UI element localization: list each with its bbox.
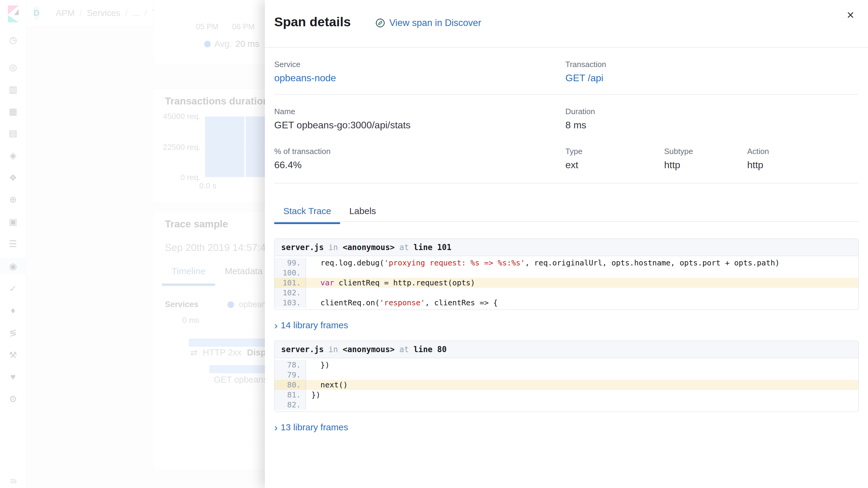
line-number: 101. bbox=[275, 278, 306, 288]
flyout-tabs: Stack Trace Labels bbox=[274, 203, 385, 224]
action-label: Action bbox=[747, 147, 769, 156]
subtype-value: http bbox=[664, 159, 680, 171]
frame-function: <anonymous> bbox=[343, 345, 395, 354]
subtype-label: Subtype bbox=[664, 147, 693, 156]
name-value: GET opbeans-go:3000/api/stats bbox=[274, 120, 410, 131]
frame-file: server.js bbox=[281, 243, 324, 252]
duration-value: 8 ms bbox=[565, 120, 586, 131]
code-line: 100. bbox=[275, 268, 858, 278]
discover-link-label: View span in Discover bbox=[389, 18, 481, 28]
code-block: 99. req.log.debug('proxying request: %s … bbox=[275, 256, 858, 309]
service-value-link[interactable]: opbeans-node bbox=[274, 72, 336, 84]
code-line: 101. var clientReq = http.request(opts) bbox=[275, 278, 858, 288]
stack-frames: server.js in <anonymous> at line 10199. … bbox=[274, 239, 859, 443]
line-number: 103. bbox=[275, 298, 306, 308]
code-line: 103. clientReq.on('response', clientRes … bbox=[275, 298, 858, 308]
overlay-mask bbox=[0, 0, 265, 488]
type-value: ext bbox=[565, 159, 578, 171]
close-icon[interactable]: × bbox=[843, 8, 858, 22]
code-text bbox=[306, 288, 858, 298]
frame-function: <anonymous> bbox=[343, 243, 395, 252]
library-frames-toggle[interactable]: ›13 library frames bbox=[274, 422, 859, 432]
frame-line: line 101 bbox=[413, 243, 451, 252]
name-label: Name bbox=[274, 107, 295, 116]
code-text: next() bbox=[306, 380, 858, 390]
discover-icon bbox=[375, 18, 385, 28]
duration-label: Duration bbox=[565, 107, 595, 116]
divider bbox=[265, 47, 868, 48]
code-text: clientReq.on('response', clientRes => { bbox=[306, 298, 858, 308]
tab-stack-trace[interactable]: Stack Trace bbox=[274, 203, 340, 224]
stack-frame: server.js in <anonymous> at line 8078. }… bbox=[274, 341, 859, 412]
span-details-flyout: × Span details View span in Discover Ser… bbox=[265, 0, 868, 488]
line-number: 79. bbox=[275, 370, 306, 380]
library-frames-label: 13 library frames bbox=[281, 422, 348, 432]
code-text: var clientReq = http.request(opts) bbox=[306, 278, 858, 288]
flyout-title: Span details bbox=[274, 14, 351, 29]
code-line: 79. bbox=[275, 370, 858, 380]
line-number: 78. bbox=[275, 360, 306, 370]
code-text bbox=[306, 400, 858, 410]
chevron-right-icon: › bbox=[274, 321, 278, 330]
library-frames-label: 14 library frames bbox=[281, 320, 348, 330]
view-span-in-discover-link[interactable]: View span in Discover bbox=[375, 18, 481, 28]
line-number: 82. bbox=[275, 400, 306, 410]
stack-frame-header: server.js in <anonymous> at line 101 bbox=[275, 239, 858, 256]
line-number: 102. bbox=[275, 288, 306, 298]
transaction-value-link[interactable]: GET /api bbox=[565, 72, 603, 84]
tab-labels[interactable]: Labels bbox=[340, 203, 385, 224]
code-line: 82. bbox=[275, 400, 858, 410]
code-line: 99. req.log.debug('proxying request: %s … bbox=[275, 258, 858, 268]
chevron-right-icon: › bbox=[274, 423, 278, 432]
code-line: 78. }) bbox=[275, 360, 858, 370]
tab-divider bbox=[274, 221, 859, 222]
action-value: http bbox=[747, 159, 763, 171]
line-number: 81. bbox=[275, 390, 306, 400]
code-line: 80. next() bbox=[275, 380, 858, 390]
frame-file: server.js bbox=[281, 345, 324, 354]
code-text: req.log.debug('proxying request: %s => %… bbox=[306, 258, 858, 268]
pct-of-transaction-label: % of transaction bbox=[274, 147, 331, 156]
code-text: }) bbox=[306, 390, 858, 400]
pct-of-transaction-value: 66.4% bbox=[274, 159, 302, 171]
line-number: 80. bbox=[275, 380, 306, 390]
frame-line: line 80 bbox=[413, 345, 447, 354]
stack-frame-header: server.js in <anonymous> at line 80 bbox=[275, 341, 858, 358]
service-label: Service bbox=[274, 60, 301, 69]
code-text: }) bbox=[306, 360, 858, 370]
code-text bbox=[306, 370, 858, 380]
divider bbox=[274, 183, 859, 183]
code-block: 78. })79.80. next()81.})82. bbox=[275, 358, 858, 411]
line-number: 100. bbox=[275, 268, 306, 278]
code-line: 102. bbox=[275, 288, 858, 298]
type-label: Type bbox=[565, 147, 582, 156]
line-number: 99. bbox=[275, 258, 306, 268]
code-line: 81.}) bbox=[275, 390, 858, 400]
stack-frame: server.js in <anonymous> at line 10199. … bbox=[274, 239, 859, 310]
transaction-label: Transaction bbox=[565, 60, 606, 69]
library-frames-toggle[interactable]: ›14 library frames bbox=[274, 320, 859, 330]
code-text bbox=[306, 268, 858, 278]
